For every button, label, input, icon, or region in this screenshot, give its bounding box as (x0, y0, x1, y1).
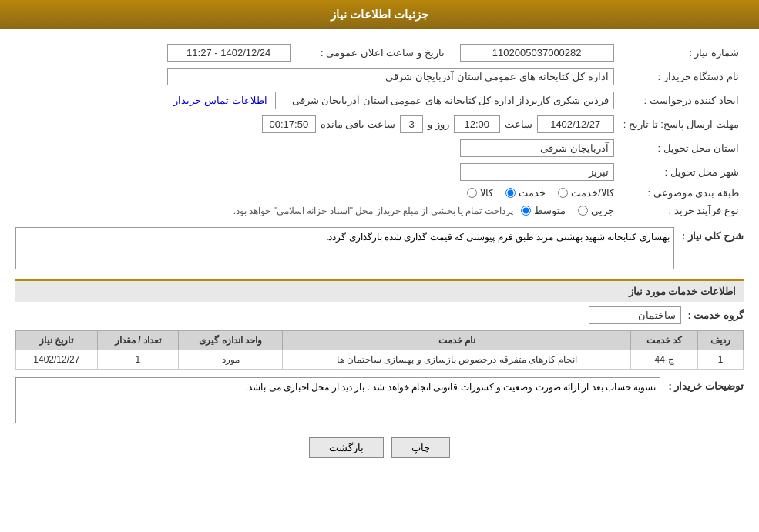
province-label: استان محل تحویل : (619, 136, 744, 160)
cell-unit: مورد (179, 350, 283, 370)
service-group-row: گروه خدمت : ساختمان (15, 306, 744, 324)
purchase-type-label: نوع فرآیند خرید : (619, 202, 744, 219)
info-table: شماره نیاز : 1102005037000282 تاریخ و سا… (15, 41, 744, 219)
bottom-buttons: چاپ بازگشت (15, 437, 744, 458)
service-group-label: گروه خدمت : (687, 309, 744, 321)
city-value: تبریز (15, 160, 619, 184)
buyer-org-value: اداره کل کتابخانه های عمومی استان آذربای… (15, 65, 619, 89)
page-container: جزئیات اطلاعات نیاز شماره نیاز : 1102005… (0, 0, 759, 532)
category-option-both[interactable]: کالا/خدمت (558, 187, 614, 199)
purchase-type-note: پرداخت تمام یا بخشی از مبلغ خریداز محل "… (233, 206, 513, 216)
province-value: آذربایجان شرقی (15, 136, 619, 160)
purchase-medium-label: متوسط (534, 205, 566, 216)
category-both-radio[interactable] (558, 188, 568, 198)
col-header-name: نام خدمت (283, 331, 631, 350)
service-group-box: ساختمان (589, 306, 681, 324)
services-table: ردیف کد خدمت نام خدمت واحد اندازه گیری ت… (15, 330, 744, 370)
city-label: شهر محل تحویل : (619, 160, 744, 184)
buyer-notes-section: توضیحات خریدار : تسویه حساب بعد از ارائه… (15, 377, 744, 426)
main-content: شماره نیاز : 1102005037000282 تاریخ و سا… (0, 29, 759, 481)
need-number-label: شماره نیاز : (619, 41, 744, 65)
requester-value: فردین شکری کاربرداز اداره کل کتابخانه ها… (15, 89, 619, 112)
need-desc-container: بهسازی کتابخانه شهید بهشتی مرند طبق فرم … (15, 227, 674, 272)
announce-value: 1402/12/24 - 11:27 (15, 41, 295, 65)
province-box: آذربایجان شرقی (460, 139, 614, 157)
purchase-type-medium[interactable]: متوسط (521, 205, 566, 216)
table-row: 1 ج-44 انجام کارهای متفرقه درخصوص بازساز… (16, 350, 744, 370)
city-box: تبریز (460, 163, 614, 181)
cell-code: ج-44 (631, 350, 698, 370)
cell-date: 1402/12/27 (16, 350, 98, 370)
page-title: جزئیات اطلاعات نیاز (331, 8, 428, 21)
purchase-partial-radio[interactable] (578, 206, 588, 216)
category-option-kala[interactable]: کالا (467, 187, 493, 199)
need-desc-label: شرح کلی نیاز : (682, 227, 744, 242)
cell-qty: 1 (97, 350, 179, 370)
col-header-qty: تعداد / مقدار (97, 331, 179, 350)
announce-box: 1402/12/24 - 11:27 (167, 44, 291, 62)
need-number-box: 1102005037000282 (460, 44, 614, 62)
deadline-row: 1402/12/27 ساعت 12:00 روز و 3 ساعت باقی … (15, 112, 619, 136)
deadline-remaining-box: 00:17:50 (262, 115, 316, 133)
category-kala-label: کالا (480, 187, 493, 199)
deadline-date-box: 1402/12/27 (537, 115, 614, 133)
print-button[interactable]: چاپ (391, 437, 450, 458)
need-desc-textarea[interactable]: بهسازی کتابخانه شهید بهشتی مرند طبق فرم … (15, 227, 674, 269)
deadline-time-box: 12:00 (454, 115, 500, 133)
need-number-value: 1102005037000282 (449, 41, 619, 65)
category-service-radio[interactable] (505, 188, 516, 198)
category-option-service[interactable]: خدمت (505, 187, 546, 199)
need-desc-section: شرح کلی نیاز : بهسازی کتابخانه شهید بهشت… (15, 227, 744, 272)
purchase-medium-radio[interactable] (521, 206, 531, 216)
requester-box: فردین شکری کاربرداز اداره کل کتابخانه ها… (275, 92, 614, 109)
category-service-label: خدمت (519, 187, 546, 199)
category-label: طبقه بندی موضوعی : (619, 184, 744, 202)
announce-label: تاریخ و ساعت اعلان عمومی : (295, 41, 449, 65)
deadline-days-label: روز و (428, 119, 449, 130)
page-header: جزئیات اطلاعات نیاز (0, 0, 759, 29)
cell-row-num: 1 (698, 350, 744, 370)
buyer-notes-label: توضیحات خریدار : (668, 377, 744, 392)
deadline-label: مهلت ارسال پاسخ: تا تاریخ : (619, 112, 744, 136)
col-header-code: کد خدمت (631, 331, 698, 350)
buyer-notes-textarea[interactable]: تسویه حساب بعد از ارائه صورت وضعیت و کسو… (15, 377, 660, 423)
col-header-row: ردیف (698, 331, 744, 350)
back-button[interactable]: بازگشت (309, 437, 384, 458)
buyer-org-box: اداره کل کتابخانه های عمومی استان آذربای… (167, 68, 614, 85)
buyer-org-label: نام دستگاه خریدار : (619, 65, 744, 89)
cell-name: انجام کارهای متفرقه درخصوص بازسازی و بهس… (283, 350, 631, 370)
contact-link[interactable]: اطلاعات تماس خریدار (173, 95, 267, 106)
buyer-notes-container: تسویه حساب بعد از ارائه صورت وضعیت و کسو… (15, 377, 660, 426)
category-kala-radio[interactable] (467, 188, 477, 198)
requester-label: ایجاد کننده درخواست : (619, 89, 744, 112)
purchase-partial-label: جزیی (591, 205, 614, 216)
purchase-type-partial[interactable]: جزیی (578, 205, 614, 216)
category-both-label: کالا/خدمت (571, 187, 614, 199)
purchase-type-row: جزیی متوسط پرداخت تمام یا بخشی از مبلغ خ… (15, 202, 619, 219)
col-header-date: تاریخ نیاز (16, 331, 98, 350)
col-header-unit: واحد اندازه گیری (179, 331, 283, 350)
category-row: کالا خدمت کالا/خدمت (15, 184, 619, 202)
services-section-title: اطلاعات خدمات مورد نیاز (15, 279, 744, 302)
deadline-days-box: 3 (400, 115, 423, 133)
deadline-remaining-label: ساعت باقی مانده (321, 119, 395, 130)
deadline-time-label: ساعت (505, 119, 532, 130)
